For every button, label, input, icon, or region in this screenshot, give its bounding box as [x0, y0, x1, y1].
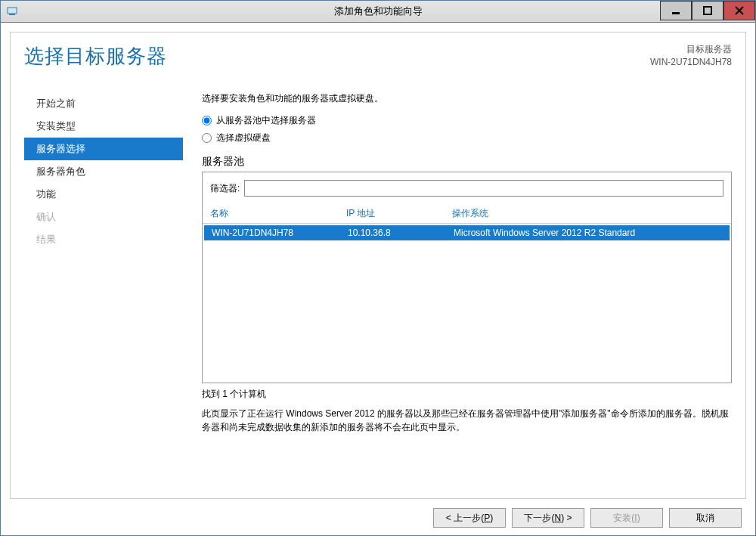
filter-label: 筛选器:	[210, 182, 240, 195]
radio-row-vhd[interactable]: 选择虚拟硬盘	[202, 132, 732, 144]
install-button: 安装(I)	[590, 508, 663, 528]
svg-rect-1	[9, 14, 15, 15]
sidebar-item-results: 结果	[24, 228, 183, 251]
radio-vhd-label: 选择虚拟硬盘	[216, 132, 271, 144]
window-body: 选择目标服务器 目标服务器 WIN-2U71DN4JH78 开始之前 安装类型 …	[0, 23, 756, 536]
table-row[interactable]: WIN-2U71DN4JH78 10.10.36.8 Microsoft Win…	[204, 225, 730, 240]
server-pool-label: 服务器池	[202, 155, 732, 169]
server-pool-box: 筛选器: 名称 IP 地址 操作系统 WIN-2U71DN4JH78 10.10…	[202, 172, 732, 383]
radio-row-pool[interactable]: 从服务器池中选择服务器	[202, 114, 732, 127]
page-description: 此页显示了正在运行 Windows Server 2012 的服务器以及那些已经…	[202, 407, 732, 434]
maximize-button[interactable]	[692, 1, 723, 20]
minimize-button[interactable]	[660, 1, 692, 20]
svg-rect-3	[704, 7, 711, 14]
target-name: WIN-2U71DN4JH78	[650, 56, 732, 69]
wizard-footer: < 上一步(P) 下一步(N) > 安装(I) 取消	[433, 508, 742, 528]
next-button[interactable]: 下一步(N) >	[512, 508, 584, 528]
window-title: 添加角色和功能向导	[334, 5, 423, 18]
found-count: 找到 1 个计算机	[202, 388, 732, 401]
instruction-text: 选择要安装角色和功能的服务器或虚拟硬盘。	[202, 92, 732, 105]
content-panel: 选择目标服务器 目标服务器 WIN-2U71DN4JH78 开始之前 安装类型 …	[10, 32, 746, 499]
page-header: 选择目标服务器 目标服务器 WIN-2U71DN4JH78	[24, 43, 732, 70]
svg-rect-0	[8, 8, 17, 14]
cancel-button[interactable]: 取消	[669, 508, 742, 528]
column-header-ip[interactable]: IP 地址	[346, 207, 452, 220]
sidebar-item-confirm: 确认	[24, 206, 183, 228]
sidebar-item-features[interactable]: 功能	[24, 183, 183, 206]
prev-button[interactable]: < 上一步(P)	[433, 508, 506, 528]
column-header-os[interactable]: 操作系统	[452, 207, 723, 220]
main-area: 选择要安装角色和功能的服务器或虚拟硬盘。 从服务器池中选择服务器 选择虚拟硬盘 …	[183, 92, 732, 463]
radio-pool-label: 从服务器池中选择服务器	[216, 114, 316, 127]
page-title: 选择目标服务器	[24, 43, 167, 70]
radio-pool[interactable]	[202, 116, 212, 125]
wizard-sidebar: 开始之前 安装类型 服务器选择 服务器角色 功能 确认 结果	[24, 92, 183, 463]
sidebar-item-server-selection[interactable]: 服务器选择	[24, 138, 183, 160]
app-icon	[7, 5, 19, 17]
row-name: WIN-2U71DN4JH78	[212, 228, 348, 238]
target-label: 目标服务器	[650, 43, 732, 56]
row-ip: 10.10.36.8	[348, 228, 454, 238]
column-header-name[interactable]: 名称	[210, 207, 346, 220]
target-info: 目标服务器 WIN-2U71DN4JH78	[650, 43, 732, 69]
body: 开始之前 安装类型 服务器选择 服务器角色 功能 确认 结果 选择要安装角色和功…	[24, 92, 732, 463]
filter-input[interactable]	[244, 180, 723, 197]
sidebar-item-install-type[interactable]: 安装类型	[24, 115, 183, 138]
server-table-header: 名称 IP 地址 操作系统	[203, 203, 731, 224]
filter-row: 筛选器:	[203, 172, 731, 203]
window-controls	[660, 1, 755, 22]
svg-rect-2	[672, 12, 680, 14]
title-bar[interactable]: 添加角色和功能向导	[0, 0, 756, 23]
radio-vhd[interactable]	[202, 133, 212, 143]
close-button[interactable]	[723, 1, 755, 20]
row-os: Microsoft Windows Server 2012 R2 Standar…	[454, 228, 722, 238]
sidebar-item-before-start[interactable]: 开始之前	[24, 92, 183, 115]
sidebar-item-server-roles[interactable]: 服务器角色	[24, 160, 183, 183]
server-table-body: WIN-2U71DN4JH78 10.10.36.8 Microsoft Win…	[203, 224, 731, 383]
